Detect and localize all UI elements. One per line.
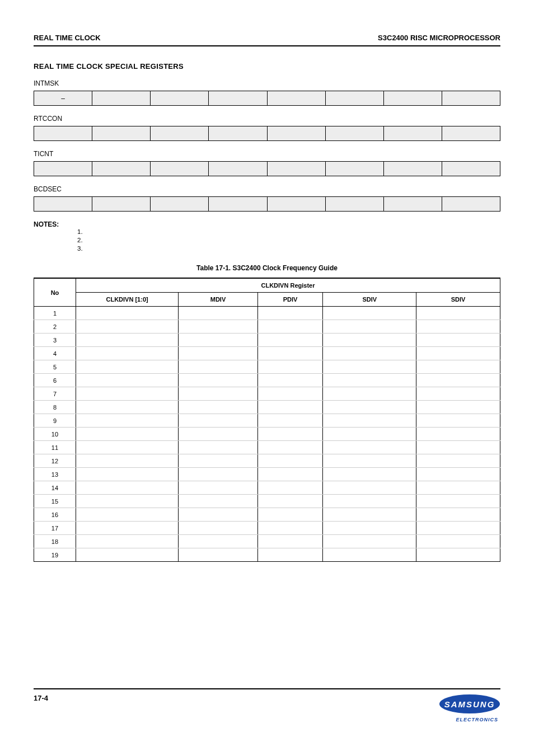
register-cell — [383, 91, 442, 106]
table-cell — [179, 374, 258, 387]
table-cell — [179, 320, 258, 334]
register-table — [34, 161, 500, 176]
table-cell — [76, 387, 178, 401]
table-row: 1 — [34, 307, 500, 320]
table-cell — [323, 307, 416, 320]
th-no: No — [34, 278, 76, 307]
register-label: BCDSEC — [34, 185, 500, 193]
register-cell — [442, 126, 500, 141]
register-cell — [151, 197, 209, 212]
table-cell — [323, 428, 416, 441]
register-table — [34, 126, 500, 141]
table-row: 19 — [34, 548, 500, 562]
register-label: RTCCON — [34, 115, 500, 123]
table-cell — [416, 548, 500, 562]
table-cell: 17 — [34, 522, 76, 535]
table-cell — [257, 454, 323, 468]
table-cell: 12 — [34, 454, 76, 468]
page-footer: 17-4 SAMSUNG ELECTRONICS — [34, 688, 500, 722]
table-cell — [179, 428, 258, 441]
table-row: 6 — [34, 374, 500, 387]
register-block-rtccon: RTCCON — [34, 115, 500, 141]
table-cell — [179, 522, 258, 535]
table-row: 2 — [34, 320, 500, 334]
register-cell — [151, 126, 209, 141]
table-cell: 16 — [34, 508, 76, 522]
table-cell — [76, 360, 178, 374]
frequency-guide-table: No CLKDIVN Register CLKDIVN [1:0] MDIV P… — [34, 278, 500, 562]
table-cell — [76, 347, 178, 360]
table-cell — [416, 307, 500, 320]
register-cell — [383, 126, 442, 141]
table-cell: 10 — [34, 428, 76, 441]
table-row: 3 — [34, 334, 500, 347]
table-row: 17 — [34, 522, 500, 535]
table-cell — [416, 401, 500, 414]
table-cell — [416, 428, 500, 441]
notes-label: NOTES: — [34, 220, 59, 228]
table-cell: 4 — [34, 347, 76, 360]
table-cell — [179, 481, 258, 495]
samsung-oval-icon: SAMSUNG — [439, 694, 500, 714]
table-row: 4 — [34, 347, 500, 360]
table-cell — [323, 347, 416, 360]
table-cell — [257, 481, 323, 495]
register-table — [34, 196, 500, 212]
table-cell — [257, 468, 323, 481]
page-number: 17-4 — [34, 694, 48, 702]
table-cell — [76, 414, 178, 428]
register-cell — [383, 162, 442, 176]
table-cell — [76, 522, 178, 535]
table-cell — [76, 508, 178, 522]
register-cell — [92, 197, 151, 212]
register-cell — [267, 91, 325, 106]
header-right: S3C2400 RISC MICROPROCESSOR — [378, 34, 500, 42]
table-cell — [179, 495, 258, 508]
table-cell — [76, 454, 178, 468]
table-cell: 3 — [34, 334, 76, 347]
register-cell — [325, 197, 383, 212]
register-cell — [267, 126, 325, 141]
table-cell — [416, 495, 500, 508]
table-cell — [323, 387, 416, 401]
table-cell: 15 — [34, 495, 76, 508]
table-cell — [76, 535, 178, 548]
table-row: 5 — [34, 360, 500, 374]
table-cell: 6 — [34, 374, 76, 387]
table-cell — [416, 374, 500, 387]
table-cell — [76, 307, 178, 320]
notes-list: 1. 2. 3. — [34, 228, 500, 252]
table-cell — [76, 428, 178, 441]
table-cell — [179, 508, 258, 522]
table-cell — [323, 414, 416, 428]
table-cell — [416, 522, 500, 535]
table-cell — [76, 441, 178, 454]
table-cell — [179, 548, 258, 562]
register-label: INTMSK — [34, 79, 500, 87]
th-sub: PDIV — [257, 293, 323, 307]
table-cell: 14 — [34, 481, 76, 495]
register-cell — [209, 162, 267, 176]
register-cell — [267, 197, 325, 212]
table-row: 7 — [34, 387, 500, 401]
register-block-intmsk: INTMSK – — [34, 79, 500, 106]
table-cell — [179, 347, 258, 360]
table-row: 18 — [34, 535, 500, 548]
table-cell: 11 — [34, 441, 76, 454]
register-table: – — [34, 91, 500, 106]
register-cell — [442, 162, 500, 176]
page-header: REAL TIME CLOCK S3C2400 RISC MICROPROCES… — [34, 34, 500, 42]
header-left: REAL TIME CLOCK — [34, 34, 101, 42]
table-cell — [257, 508, 323, 522]
table-row: 12 — [34, 454, 500, 468]
table-cell — [323, 495, 416, 508]
samsung-electronics-text: ELECTRONICS — [439, 717, 500, 722]
table-row: 15 — [34, 495, 500, 508]
table-cell — [416, 454, 500, 468]
note-item: 1. — [77, 228, 500, 235]
table-cell — [257, 334, 323, 347]
table-cell — [416, 508, 500, 522]
register-cell — [209, 91, 267, 106]
table-cell — [257, 441, 323, 454]
svg-text:SAMSUNG: SAMSUNG — [444, 699, 495, 709]
